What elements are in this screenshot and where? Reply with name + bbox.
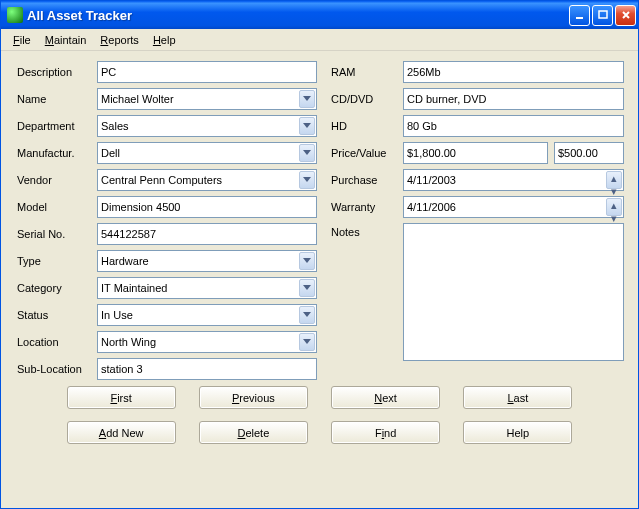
model-field[interactable]: Dimension 4500 — [97, 196, 317, 218]
label-category: Category — [15, 282, 97, 294]
left-column: Description PC Name Michael Wolter Depar… — [15, 61, 317, 380]
sublocation-field[interactable]: station 3 — [97, 358, 317, 380]
spinner-icon[interactable]: ▴▾ — [606, 171, 622, 189]
pricevalue-group: $1,800.00 $500.00 — [403, 142, 624, 164]
sublocation-value: station 3 — [101, 363, 143, 375]
label-manufactur: Manufactur. — [15, 147, 97, 159]
first-button[interactable]: First — [67, 386, 176, 409]
value-value: $500.00 — [558, 147, 598, 159]
label-department: Department — [15, 120, 97, 132]
svg-rect-1 — [599, 11, 607, 18]
name-select[interactable]: Michael Wolter — [97, 88, 317, 110]
type-value: Hardware — [101, 255, 149, 267]
label-cddvd: CD/DVD — [329, 93, 403, 105]
chevron-down-icon[interactable] — [299, 333, 315, 351]
delete-button[interactable]: Delete — [199, 421, 308, 444]
label-name: Name — [15, 93, 97, 105]
find-label: nd — [384, 427, 396, 439]
value-field[interactable]: $500.00 — [554, 142, 624, 164]
ram-field[interactable]: 256Mb — [403, 61, 624, 83]
label-description: Description — [15, 66, 97, 78]
status-select[interactable]: In Use — [97, 304, 317, 326]
label-vendor: Vendor — [15, 174, 97, 186]
notes-field[interactable] — [403, 223, 624, 361]
addnew-button[interactable]: Add New — [67, 421, 176, 444]
label-serialno: Serial No. — [15, 228, 97, 240]
location-select[interactable]: North Wing — [97, 331, 317, 353]
ram-value: 256Mb — [407, 66, 441, 78]
label-sublocation: Sub-Location — [15, 363, 97, 375]
menu-help[interactable]: Help — [147, 32, 182, 48]
svg-rect-0 — [576, 17, 583, 19]
nav-button-row: First Previous Next Last — [15, 380, 624, 415]
type-select[interactable]: Hardware — [97, 250, 317, 272]
label-status: Status — [15, 309, 97, 321]
hd-value: 80 Gb — [407, 120, 437, 132]
last-label: ast — [514, 392, 529, 404]
label-pricevalue: Price/Value — [329, 147, 403, 159]
serialno-value: 544122587 — [101, 228, 156, 240]
app-icon — [7, 7, 23, 23]
window-title: All Asset Tracker — [27, 8, 569, 23]
label-location: Location — [15, 336, 97, 348]
cddvd-value: CD burner, DVD — [407, 93, 486, 105]
next-label: ext — [382, 392, 397, 404]
hd-field[interactable]: 80 Gb — [403, 115, 624, 137]
find-button[interactable]: Find — [331, 421, 440, 444]
titlebar: All Asset Tracker — [1, 1, 638, 29]
chevron-down-icon[interactable] — [299, 252, 315, 270]
label-notes: Notes — [329, 223, 403, 238]
delete-label: elete — [245, 427, 269, 439]
menubar: File Maintain Reports Help — [1, 29, 638, 51]
close-button[interactable] — [615, 5, 636, 26]
menu-file[interactable]: File — [7, 32, 37, 48]
manufactur-value: Dell — [101, 147, 120, 159]
menu-reports[interactable]: Reports — [94, 32, 145, 48]
menu-maintain[interactable]: Maintain — [39, 32, 93, 48]
chevron-down-icon[interactable] — [299, 117, 315, 135]
cddvd-field[interactable]: CD burner, DVD — [403, 88, 624, 110]
description-value: PC — [101, 66, 116, 78]
previous-label: revious — [239, 392, 274, 404]
chevron-down-icon[interactable] — [299, 90, 315, 108]
warranty-value: 4/11/2006 — [407, 201, 456, 213]
app-window: All Asset Tracker File Maintain Reports … — [0, 0, 639, 509]
label-warranty: Warranty — [329, 201, 403, 213]
purchase-field[interactable]: 4/11/2003▴▾ — [403, 169, 624, 191]
purchase-value: 4/11/2003 — [407, 174, 456, 186]
last-button[interactable]: Last — [463, 386, 572, 409]
chevron-down-icon[interactable] — [299, 279, 315, 297]
help-button[interactable]: Help — [463, 421, 572, 444]
chevron-down-icon[interactable] — [299, 171, 315, 189]
status-value: In Use — [101, 309, 133, 321]
maximize-button[interactable] — [592, 5, 613, 26]
find-label-pre: F — [375, 427, 382, 439]
label-hd: HD — [329, 120, 403, 132]
previous-button[interactable]: Previous — [199, 386, 308, 409]
vendor-value: Central Penn Computers — [101, 174, 222, 186]
vendor-select[interactable]: Central Penn Computers — [97, 169, 317, 191]
name-value: Michael Wolter — [101, 93, 174, 105]
addnew-label: dd New — [106, 427, 143, 439]
first-label: irst — [117, 392, 132, 404]
category-select[interactable]: IT Maintained — [97, 277, 317, 299]
manufactur-select[interactable]: Dell — [97, 142, 317, 164]
chevron-down-icon[interactable] — [299, 144, 315, 162]
label-model: Model — [15, 201, 97, 213]
label-purchase: Purchase — [329, 174, 403, 186]
minimize-button[interactable] — [569, 5, 590, 26]
label-ram: RAM — [329, 66, 403, 78]
category-value: IT Maintained — [101, 282, 167, 294]
fields-area: Description PC Name Michael Wolter Depar… — [15, 61, 624, 380]
serialno-field[interactable]: 544122587 — [97, 223, 317, 245]
description-field[interactable]: PC — [97, 61, 317, 83]
label-type: Type — [15, 255, 97, 267]
warranty-field[interactable]: 4/11/2006▴▾ — [403, 196, 624, 218]
chevron-down-icon[interactable] — [299, 306, 315, 324]
spinner-icon[interactable]: ▴▾ — [606, 198, 622, 216]
department-select[interactable]: Sales — [97, 115, 317, 137]
price-field[interactable]: $1,800.00 — [403, 142, 548, 164]
next-button[interactable]: Next — [331, 386, 440, 409]
right-column: RAM 256Mb CD/DVD CD burner, DVD HD 80 Gb… — [329, 61, 624, 380]
price-value: $1,800.00 — [407, 147, 456, 159]
